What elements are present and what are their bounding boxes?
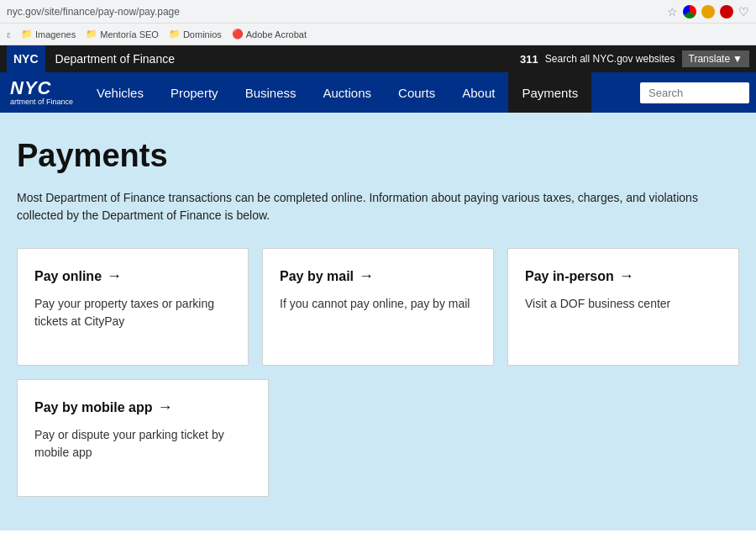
card-pay-online-desc: Pay your property taxes or parking ticke… <box>34 295 231 330</box>
utility-311[interactable]: 311 <box>520 53 538 66</box>
card-pay-online-arrow: → <box>107 267 122 285</box>
nav-vehicles[interactable]: Vehicles <box>83 72 157 113</box>
card-pay-mobile-desc: Pay or dispute your parking ticket by mo… <box>34 426 251 462</box>
acrobat-icon: 🔴 <box>232 29 244 40</box>
page-title: Payments <box>17 138 739 174</box>
bookmark-imagenes[interactable]: 📁 Imagenes <box>21 29 76 40</box>
card-pay-inperson-desc: Visit a DOF business center <box>525 295 722 313</box>
star-icon[interactable]: ☆ <box>667 5 678 18</box>
page-content: Payments Most Department of Finance tran… <box>0 113 756 530</box>
nav-about[interactable]: About <box>449 72 508 113</box>
nav-search-container <box>640 82 756 103</box>
utility-right: 311 Search all NYC.gov websites Translat… <box>520 50 749 67</box>
nav-business[interactable]: Business <box>232 72 310 113</box>
card-pay-mobile-arrow: → <box>157 398 172 416</box>
browser-bar: nyc.gov/site/finance/pay-now/pay.page ☆ … <box>0 0 756 24</box>
card-pay-mail[interactable]: Pay by mail → If you cannot pay online, … <box>262 248 494 366</box>
nav-payments[interactable]: Payments <box>508 72 591 113</box>
nav-property[interactable]: Property <box>157 72 232 113</box>
browser-icon-4: ♡ <box>738 5 749 18</box>
browser-icon-2 <box>701 5 715 18</box>
nyc-utility-badge: NYC <box>7 45 45 72</box>
nyc-logo[interactable]: NYC artment of Finance <box>0 72 83 113</box>
utility-bar: NYC Department of Finance 311 Search all… <box>0 45 756 72</box>
card-pay-mail-arrow: → <box>359 267 374 285</box>
card-pay-mail-desc: If you cannot pay online, pay by mail <box>280 295 476 313</box>
nav-courts[interactable]: Courts <box>385 72 449 113</box>
bookmark-back-item: ε <box>7 29 11 40</box>
nav-links: Vehicles Property Business Auctions Cour… <box>83 72 756 113</box>
card-pay-mobile[interactable]: Pay by mobile app → Pay or dispute your … <box>17 379 269 497</box>
browser-icon-1 <box>683 5 696 18</box>
url-bar[interactable]: nyc.gov/site/finance/pay-now/pay.page <box>7 6 667 18</box>
folder-icon-1: 📁 <box>21 29 33 40</box>
search-all-link[interactable]: Search all NYC.gov websites <box>545 53 675 65</box>
nyc-logo-text: NYC <box>10 79 51 98</box>
bookmark-dominios[interactable]: 📁 Dominios <box>169 29 222 40</box>
card-pay-inperson[interactable]: Pay in-person → Visit a DOF business cen… <box>507 248 739 366</box>
bookmark-acrobat[interactable]: 🔴 Adobe Acrobat <box>232 29 307 40</box>
main-nav: NYC artment of Finance Vehicles Property… <box>0 72 756 113</box>
search-input[interactable] <box>640 82 749 103</box>
browser-icons: ☆ ♡ <box>667 5 749 18</box>
card-pay-inperson-arrow: → <box>619 267 634 285</box>
card-pay-online-title: Pay online → <box>34 267 231 285</box>
utility-left: NYC Department of Finance <box>7 45 185 72</box>
cards-row-2: Pay by mobile app → Pay or dispute your … <box>17 379 269 497</box>
nyc-logo-sub: artment of Finance <box>10 98 73 107</box>
card-pay-mobile-title: Pay by mobile app → <box>34 398 251 416</box>
dept-name-utility: Department of Finance <box>45 52 185 66</box>
chevron-down-icon: ▼ <box>732 53 743 65</box>
nav-auctions[interactable]: Auctions <box>310 72 386 113</box>
folder-icon-2: 📁 <box>86 29 97 40</box>
translate-button[interactable]: Translate ▼ <box>682 50 749 67</box>
card-pay-inperson-title: Pay in-person → <box>525 267 722 285</box>
cards-row-1: Pay online → Pay your property taxes or … <box>17 248 739 366</box>
page-intro: Most Department of Finance transactions … <box>17 189 739 224</box>
card-pay-mail-title: Pay by mail → <box>280 267 476 285</box>
bookmarks-bar: ε 📁 Imagenes 📁 Mentoría SEO 📁 Dominios 🔴… <box>0 24 756 45</box>
bookmark-mentoria[interactable]: 📁 Mentoría SEO <box>86 29 159 40</box>
card-pay-online[interactable]: Pay online → Pay your property taxes or … <box>17 248 249 366</box>
browser-icon-3 <box>720 5 733 18</box>
folder-icon-3: 📁 <box>169 29 181 40</box>
